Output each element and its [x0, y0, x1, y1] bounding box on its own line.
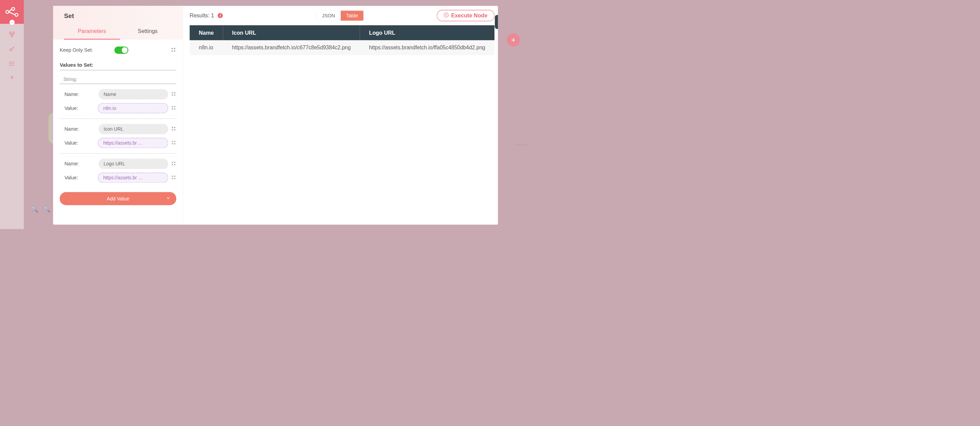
- svg-point-23: [172, 108, 173, 110]
- svg-point-6: [10, 49, 12, 51]
- svg-point-24: [174, 108, 175, 110]
- help-icon[interactable]: [8, 75, 15, 83]
- gear-icon[interactable]: [171, 175, 176, 181]
- value-input[interactable]: [98, 138, 168, 148]
- parameters-panel: Set Parameters Settings Keep Only Set: V…: [53, 6, 183, 224]
- svg-point-20: [174, 94, 175, 95]
- value-input[interactable]: [98, 173, 168, 183]
- panel-body: Keep Only Set: Values to Set: String: Na…: [53, 40, 183, 209]
- zoom-controls: 🔍 🔍: [30, 205, 50, 213]
- svg-point-11: [10, 63, 10, 64]
- value-label: Value:: [64, 140, 95, 146]
- tabs: Parameters Settings: [64, 25, 176, 40]
- svg-rect-4: [13, 32, 14, 34]
- canvas-connector: [514, 145, 527, 145]
- gear-icon[interactable]: [171, 161, 176, 167]
- cell-logo-url: https://assets.brandfetch.io/ffa05c4850d…: [360, 40, 495, 55]
- info-icon[interactable]: i: [218, 13, 223, 18]
- col-name: Name: [189, 25, 223, 40]
- list-icon[interactable]: [8, 60, 15, 68]
- string-group-1: Name: Value:: [60, 119, 176, 153]
- json-view-button[interactable]: JSON: [317, 11, 340, 21]
- svg-rect-3: [10, 32, 11, 34]
- svg-point-38: [174, 176, 175, 177]
- gear-icon[interactable]: [170, 47, 176, 53]
- tab-settings[interactable]: Settings: [120, 25, 176, 40]
- name-label: Name:: [64, 126, 96, 132]
- zoom-out-icon[interactable]: 🔍: [43, 205, 51, 213]
- svg-point-29: [172, 141, 173, 142]
- svg-point-2: [15, 13, 18, 16]
- gear-icon[interactable]: [171, 140, 176, 146]
- svg-point-37: [172, 176, 173, 177]
- keep-only-set-toggle[interactable]: [115, 47, 128, 54]
- sidebar-expand-button[interactable]: ›: [10, 20, 14, 25]
- execute-node-button[interactable]: Execute Node: [437, 10, 495, 21]
- string-group-0: Name: Value:: [60, 84, 176, 119]
- gear-icon[interactable]: [171, 105, 176, 111]
- table-row[interactable]: n8n.io https://assets.brandfetch.io/c677…: [189, 40, 495, 55]
- name-input[interactable]: [98, 159, 168, 169]
- svg-point-31: [172, 143, 173, 144]
- svg-point-18: [174, 92, 175, 94]
- value-label: Value:: [64, 105, 95, 111]
- svg-point-1: [11, 8, 14, 11]
- svg-rect-5: [11, 35, 13, 37]
- view-toggle: JSON Table: [316, 10, 363, 21]
- svg-point-22: [174, 106, 175, 108]
- svg-point-33: [172, 162, 173, 163]
- cell-name: n8n.io: [189, 40, 223, 55]
- keep-only-set-row: Keep Only Set:: [60, 45, 176, 55]
- col-logo-url: Logo URL: [360, 25, 495, 40]
- cell-icon-url: https://assets.brandfetch.io/c677c8e5d93…: [223, 40, 360, 55]
- node-editor-modal: Set Parameters Settings Keep Only Set: V…: [53, 6, 498, 224]
- svg-point-19: [172, 94, 173, 95]
- add-node-button[interactable]: +: [507, 33, 520, 47]
- close-button[interactable]: [495, 15, 498, 29]
- results-table-wrap: Name Icon URL Logo URL n8n.io https://as…: [183, 25, 498, 55]
- panel-header: Set Parameters Settings: [53, 6, 183, 40]
- n8n-logo-icon: [5, 6, 18, 17]
- add-value-button[interactable]: Add Value: [60, 192, 176, 205]
- name-input[interactable]: [98, 89, 168, 99]
- results-table: Name Icon URL Logo URL n8n.io https://as…: [189, 25, 495, 55]
- svg-point-21: [172, 106, 173, 108]
- workflow-icon[interactable]: [8, 31, 15, 38]
- keep-only-set-label: Keep Only Set:: [60, 47, 93, 53]
- svg-point-39: [172, 178, 173, 179]
- svg-point-12: [10, 65, 10, 66]
- table-view-button[interactable]: Table: [340, 11, 363, 21]
- gear-icon[interactable]: [171, 91, 176, 97]
- svg-marker-42: [446, 14, 447, 16]
- svg-point-28: [174, 129, 175, 131]
- name-label: Name:: [64, 161, 96, 167]
- svg-point-35: [172, 164, 173, 165]
- svg-point-25: [172, 127, 173, 128]
- value-input[interactable]: [98, 103, 168, 113]
- svg-point-27: [172, 129, 173, 131]
- svg-point-26: [174, 127, 175, 128]
- gear-icon[interactable]: [171, 126, 176, 132]
- svg-point-13: [172, 48, 173, 49]
- play-icon: [444, 13, 449, 19]
- col-icon-url: Icon URL: [223, 25, 360, 40]
- tab-parameters[interactable]: Parameters: [64, 25, 120, 40]
- name-label: Name:: [64, 92, 96, 97]
- add-value-label: Add Value: [107, 196, 129, 202]
- chevron-down-icon: [166, 196, 170, 202]
- app-sidebar: ›: [0, 0, 24, 229]
- svg-point-36: [174, 164, 175, 165]
- svg-point-14: [174, 48, 175, 49]
- zoom-in-icon[interactable]: 🔍: [30, 205, 38, 213]
- svg-point-30: [174, 141, 175, 142]
- key-icon[interactable]: [8, 46, 15, 53]
- svg-point-34: [174, 162, 175, 163]
- svg-point-15: [172, 50, 173, 52]
- svg-point-10: [10, 62, 10, 63]
- svg-point-32: [174, 143, 175, 144]
- app-logo[interactable]: ›: [0, 0, 24, 24]
- svg-point-16: [174, 50, 175, 52]
- name-input[interactable]: [98, 124, 168, 134]
- execute-node-label: Execute Node: [451, 13, 488, 19]
- svg-point-40: [174, 178, 175, 179]
